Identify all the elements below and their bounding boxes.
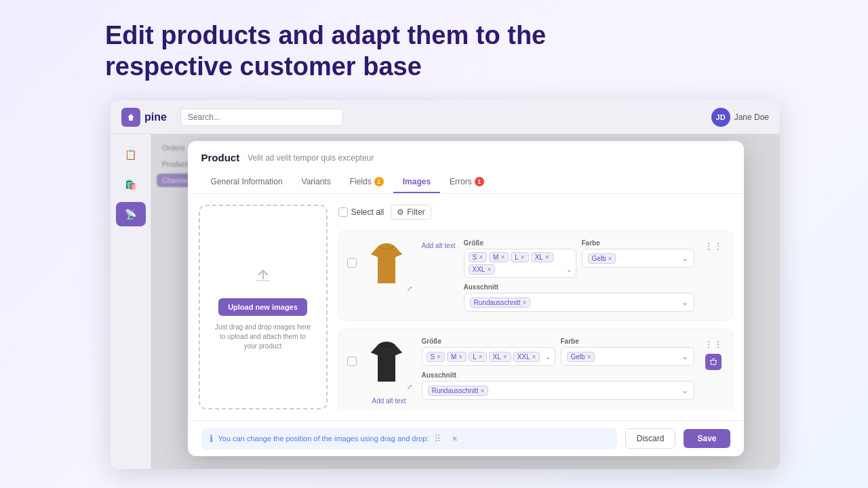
card-menu-dots-1[interactable]: ⋮⋮	[703, 239, 724, 253]
svg-rect-1	[710, 360, 717, 361]
modal-footer: ℹ You can change the position of the ima…	[188, 420, 744, 456]
tag-s-remove-2[interactable]: ×	[437, 353, 441, 361]
card-menu-dots-2[interactable]: ⋮⋮	[703, 338, 724, 351]
sidebar-item-orders[interactable]: 📋	[116, 142, 146, 167]
tag-xxl-remove-2[interactable]: ×	[532, 353, 536, 361]
tag-m-remove-2[interactable]: ×	[458, 353, 462, 361]
cut-select-1[interactable]: Rundausschnitt × ⌄	[464, 293, 694, 312]
logo-text: pine	[144, 111, 167, 123]
field-row-cut-1: Ausschnitt Rundausschnitt × ⌄	[464, 283, 694, 312]
sidebar: 📋 🛍️ 📡	[111, 134, 151, 469]
card-checkbox-1[interactable]	[347, 258, 357, 268]
delete-button-2[interactable]	[705, 354, 722, 370]
expand-icon-1[interactable]: ⤢	[407, 285, 412, 292]
card-checkbox-2[interactable]	[347, 357, 357, 366]
alt-text-link-2[interactable]: Add alt text	[372, 397, 406, 405]
modal-body: Upload new images Just drag and drop ima…	[188, 194, 744, 420]
modal-title-row: Product Velit ad velit tempor quis excep…	[201, 152, 730, 163]
tag-l-remove-1[interactable]: ×	[521, 253, 525, 261]
images-list: Select all ⚙ Filter	[338, 205, 733, 409]
upload-area: Upload new images Just drag and drop ima…	[199, 205, 328, 409]
info-close-button[interactable]: ×	[452, 433, 457, 444]
color-remove-2[interactable]: ×	[587, 353, 591, 361]
select-all-checkbox[interactable]	[338, 207, 348, 217]
tag-m-remove-1[interactable]: ×	[500, 253, 505, 261]
cut-field-1: Ausschnitt Rundausschnitt × ⌄	[464, 283, 694, 312]
alt-text-link-1[interactable]: Add alt text	[422, 242, 456, 249]
tab-fields[interactable]: Fields 1	[340, 171, 393, 193]
cut-remove-2[interactable]: ×	[480, 387, 484, 394]
color-tag-2: Gelb ×	[567, 352, 595, 362]
tag-xl-remove-2[interactable]: ×	[503, 353, 507, 361]
cut-label-1: Ausschnitt	[464, 283, 694, 291]
page-heading: Edit products and adapt them to the resp…	[105, 20, 732, 82]
color-label-1: Farbe	[582, 239, 694, 247]
card-fields-1: Größe S × M × L × XL × XXL × ⌄	[464, 239, 694, 312]
tab-images[interactable]: Images	[393, 171, 440, 193]
avatar-name: Jane Doe	[734, 113, 769, 122]
color-label-2: Farbe	[561, 338, 694, 345]
search-input[interactable]	[180, 108, 343, 126]
color-tag-1: Gelb ×	[588, 253, 616, 264]
sidebar-item-channels[interactable]: 📡	[116, 202, 146, 226]
card-actions-1: ⋮⋮	[703, 239, 724, 253]
tag-xxl-1: XXL ×	[469, 264, 496, 274]
image-card-2: ⤢ Add alt text Größe	[338, 329, 733, 409]
tag-l-2: L ×	[469, 352, 486, 362]
size-field-2: Größe S × M × L × XL × XXL × ⌄	[422, 338, 555, 366]
color-arrow-2[interactable]: ⌄	[682, 352, 688, 361]
modal-subtitle: Velit ad velit tempor quis excepteur	[248, 153, 374, 163]
product-thumb-2: ⤢	[365, 338, 414, 392]
size-tags-1[interactable]: S × M × L × XL × XXL × ⌄	[464, 249, 576, 278]
svg-rect-0	[256, 280, 270, 281]
cut-arrow-1[interactable]: ⌄	[682, 298, 688, 307]
filter-icon: ⚙	[397, 207, 404, 217]
info-icon: ℹ	[210, 433, 213, 444]
discard-button[interactable]: Discard	[625, 428, 676, 449]
color-select-1[interactable]: Gelb × ⌄	[582, 249, 694, 268]
color-arrow-1[interactable]: ⌄	[682, 253, 688, 263]
app-window: pine JD Jane Doe 📋 🛍️ 📡	[111, 100, 780, 469]
cut-select-2[interactable]: Rundausschnitt × ⌄	[422, 381, 694, 400]
size-arrow-1[interactable]: ⌄	[566, 266, 572, 273]
products-icon: 🛍️	[125, 179, 136, 190]
save-button[interactable]: Save	[684, 429, 730, 448]
logo-icon	[121, 108, 140, 127]
main-layout: 📋 🛍️ 📡 Orders Products Channels	[111, 134, 780, 469]
size-arrow-2[interactable]: ⌄	[545, 353, 551, 361]
sidebar-item-products[interactable]: 🛍️	[116, 172, 146, 197]
user-info: JD Jane Doe	[711, 108, 769, 127]
fields-badge: 1	[374, 177, 384, 186]
select-all-label[interactable]: Select all	[338, 207, 384, 217]
errors-badge: 1	[475, 177, 484, 186]
avatar: JD	[711, 108, 730, 127]
channels-icon: 📡	[125, 209, 136, 220]
size-tags-2[interactable]: S × M × L × XL × XXL × ⌄	[422, 347, 555, 366]
field-row-size-1: Größe S × M × L × XL × XXL × ⌄	[464, 239, 694, 278]
modal-title: Product	[201, 152, 240, 163]
size-label-1: Größe	[464, 239, 576, 247]
color-select-2[interactable]: Gelb × ⌄	[561, 347, 694, 366]
drag-handle-icon: ⠿	[434, 433, 441, 444]
tag-xxl-remove-1[interactable]: ×	[487, 266, 491, 273]
field-row-size-2: Größe S × M × L × XL × XXL × ⌄	[422, 338, 694, 366]
tab-general[interactable]: General Information	[201, 171, 292, 193]
color-remove-1[interactable]: ×	[608, 255, 612, 262]
modal-header: Product Velit ad velit tempor quis excep…	[188, 141, 744, 194]
tshirt-black-icon	[365, 338, 409, 388]
cut-remove-1[interactable]: ×	[522, 299, 526, 306]
filter-button[interactable]: ⚙ Filter	[391, 205, 431, 220]
tag-s-remove-1[interactable]: ×	[479, 253, 483, 261]
page-title: Edit products and adapt them to the resp…	[105, 20, 732, 82]
expand-icon-2[interactable]: ⤢	[407, 383, 412, 390]
tag-xl-remove-1[interactable]: ×	[545, 253, 549, 261]
search-bar[interactable]	[180, 108, 343, 126]
tab-errors[interactable]: Errors 1	[440, 171, 494, 193]
tag-l-remove-2[interactable]: ×	[479, 353, 483, 361]
upload-button[interactable]: Upload new images	[218, 298, 307, 316]
card-actions-2: ⋮⋮	[703, 338, 724, 370]
card-fields-2: Größe S × M × L × XL × XXL × ⌄	[422, 338, 694, 400]
cut-arrow-2[interactable]: ⌄	[682, 386, 688, 395]
tag-m-2: M ×	[447, 352, 467, 362]
tab-variants[interactable]: Variants	[292, 171, 340, 193]
